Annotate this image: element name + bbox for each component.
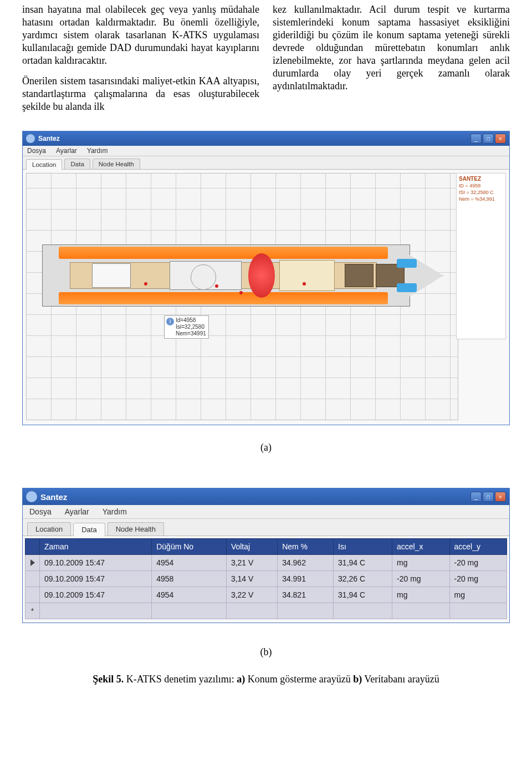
cell[interactable] [152, 603, 227, 619]
menu-yardim[interactable]: Yardım [87, 147, 108, 155]
figure-a-wrap: Santez _ □ × Dosya Ayarlar Yardım Locati… [0, 131, 532, 466]
tab-node-health[interactable]: Node Health [108, 522, 164, 536]
info-icon: i [166, 318, 174, 325]
cell[interactable]: mg [392, 555, 449, 571]
figure-caption: Şekil 5. K-ATKS denetim yazılımı: a) Kon… [0, 674, 532, 685]
close-button[interactable]: × [495, 492, 506, 502]
data-table[interactable]: Zaman Düğüm No Voltaj Nem % Isı accel_x … [25, 538, 507, 619]
cell[interactable]: 3,22 V [226, 587, 277, 603]
menu-ayarlar[interactable]: Ayarlar [65, 507, 89, 516]
cell[interactable]: 09.10.2009 15:47 [40, 555, 152, 571]
caption-a: a) [237, 674, 245, 685]
col-header-zaman[interactable]: Zaman [40, 539, 152, 555]
paragraph: Önerilen sistem tasarısındaki maliyet-et… [22, 75, 259, 113]
maximize-button[interactable]: □ [483, 134, 494, 144]
col-header-accel-x[interactable]: accel_x [392, 539, 449, 555]
cell[interactable]: -20 mg [449, 555, 507, 571]
cell[interactable]: mg [392, 587, 449, 603]
cell[interactable]: -20 mg [392, 571, 449, 587]
table-row[interactable]: 09.10.2009 15:47 4954 3,21 V 34.962 31,9… [25, 555, 507, 571]
content-area: Zaman Düğüm No Voltaj Nem % Isı accel_x … [23, 536, 509, 623]
row-selector[interactable] [25, 571, 40, 587]
cell[interactable]: 09.10.2009 15:47 [40, 587, 152, 603]
cell[interactable] [449, 603, 507, 619]
tab-data[interactable]: Data [73, 523, 105, 536]
cell[interactable]: 3,21 V [226, 555, 277, 571]
node-tooltip: i Id=4958 Isi=32,2580 Nem=34991 [164, 315, 209, 339]
side-info-panel: SANTEZ ID = 4958 ISI = 32,2580 C Nem = %… [456, 173, 506, 339]
cell[interactable]: 4954 [152, 555, 227, 571]
close-button[interactable]: × [495, 134, 506, 144]
col-header-voltaj[interactable]: Voltaj [226, 539, 277, 555]
caption-text: K-ATKS denetim yazılımı: [124, 674, 237, 685]
cell[interactable] [40, 603, 152, 619]
cell[interactable] [226, 603, 277, 619]
cell[interactable]: 34.962 [278, 555, 334, 571]
maximize-button[interactable]: □ [483, 492, 494, 502]
cell[interactable]: 31,94 C [334, 555, 392, 571]
cell[interactable]: 4958 [152, 571, 227, 587]
col-header-dugum-no[interactable]: Düğüm No [152, 539, 227, 555]
table-row[interactable]: 09.10.2009 15:47 4954 3,22 V 34.821 31,9… [25, 587, 507, 603]
ship-hatch [345, 264, 374, 287]
cell[interactable]: 09.10.2009 15:47 [40, 571, 152, 587]
window-title: Santez [38, 135, 470, 142]
paragraph: kez kullanılmaktadır. Acil durum tespit … [273, 3, 510, 93]
side-line: Nem = %34,991 [459, 196, 503, 202]
figure-b-label: (b) [22, 646, 510, 658]
tab-location[interactable]: Location [26, 159, 62, 170]
table-new-row[interactable]: * [25, 603, 507, 619]
minimize-button[interactable]: _ [470, 492, 482, 502]
cell[interactable]: 34.821 [278, 587, 334, 603]
ship-funnel [248, 253, 275, 298]
ship-pool [397, 283, 417, 292]
col-header-nem[interactable]: Nem % [278, 539, 334, 555]
cell[interactable]: 4954 [152, 587, 227, 603]
ship-grid[interactable]: i Id=4958 Isi=32,2580 Nem=34991 [26, 173, 458, 420]
cell[interactable]: -20 mg [449, 571, 507, 587]
tab-location[interactable]: Location [27, 522, 71, 536]
cell[interactable]: 3,14 V [226, 571, 277, 587]
body-text: insan hayatına mal olabilecek geç veya y… [0, 0, 532, 131]
ship-block [191, 264, 216, 290]
ship-rail-bottom [59, 292, 388, 304]
table-row[interactable]: 09.10.2009 15:47 4958 3,14 V 34.991 32,2… [25, 571, 507, 587]
row-selector[interactable]: * [25, 603, 40, 619]
menu-dosya[interactable]: Dosya [27, 147, 46, 155]
col-header-isi[interactable]: Isı [334, 539, 392, 555]
cell[interactable]: 31,94 C [334, 587, 392, 603]
window-title: Santez [40, 492, 470, 502]
cell[interactable]: mg [449, 587, 507, 603]
text-col-left: insan hayatına mal olabilecek geç veya y… [22, 3, 259, 121]
row-selector-header [25, 539, 40, 555]
cell[interactable]: 32,26 C [334, 571, 392, 587]
menu-dosya[interactable]: Dosya [29, 507, 52, 516]
titlebar[interactable]: Santez _ □ × [23, 488, 509, 505]
menu-ayarlar[interactable]: Ayarlar [56, 147, 77, 155]
new-row-icon: * [31, 606, 34, 615]
tooltip-line: Isi=32,2580 [176, 324, 206, 330]
row-selector[interactable] [25, 587, 40, 603]
row-selector[interactable] [25, 555, 40, 571]
menu-yardim[interactable]: Yardım [103, 507, 127, 516]
side-line: ISI = 32,2580 C [459, 190, 503, 195]
titlebar[interactable]: Santez _ □ × [23, 131, 509, 146]
current-row-icon [30, 559, 35, 566]
tooltip-line: Id=4958 [176, 317, 206, 324]
tab-node-health[interactable]: Node Health [93, 159, 140, 169]
side-title: SANTEZ [459, 176, 503, 182]
cell[interactable]: 34.991 [278, 571, 334, 587]
window-controls: _ □ × [470, 492, 506, 502]
app-window-b: Santez _ □ × Dosya Ayarlar Yardım Locati… [22, 488, 510, 623]
figure-b-wrap: Santez _ □ × Dosya Ayarlar Yardım Locati… [0, 488, 532, 670]
cell[interactable] [278, 603, 334, 619]
text-col-right: kez kullanılmaktadır. Acil durum tespit … [273, 3, 510, 121]
cell[interactable] [392, 603, 449, 619]
col-header-accel-y[interactable]: accel_y [449, 539, 507, 555]
cell[interactable] [334, 603, 392, 619]
tabbar: Location Data Node Health [23, 519, 509, 536]
tab-data[interactable]: Data [64, 159, 90, 169]
tooltip-line: Nem=34991 [176, 330, 206, 337]
app-window-a: Santez _ □ × Dosya Ayarlar Yardım Locati… [22, 131, 510, 425]
minimize-button[interactable]: _ [470, 134, 482, 144]
